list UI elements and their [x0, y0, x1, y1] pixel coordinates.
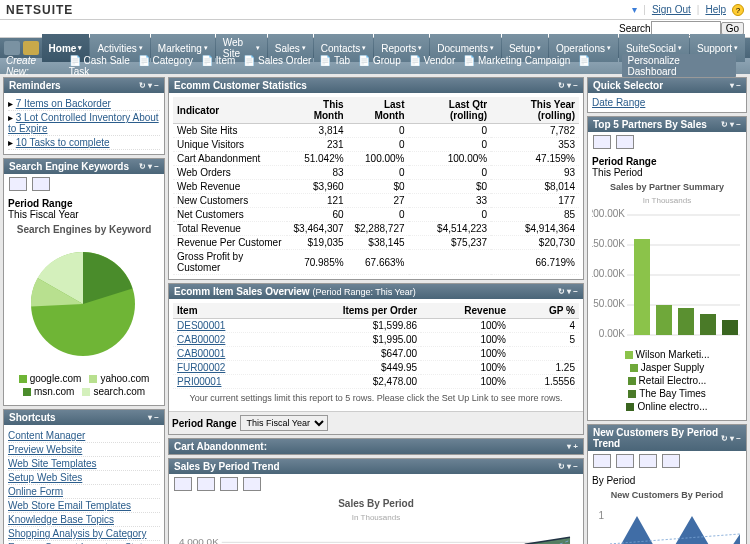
table-row: Total Revenue$3,464,307$2,288,727$4,514,… — [173, 222, 579, 236]
panel-title: Ecomm Customer Statistics — [174, 80, 307, 91]
table-row: Unique Visitors23100353 — [173, 138, 579, 152]
minimize-icon[interactable]: − — [154, 413, 159, 422]
table-row: Web Orders830093 — [173, 166, 579, 180]
signout-link[interactable]: Sign Out — [652, 4, 691, 15]
period-label: Period Range — [592, 156, 656, 167]
ecomm-stats-panel: Ecomm Customer Statistics↻▾− IndicatorTh… — [168, 77, 584, 280]
nav-icon-back[interactable] — [4, 41, 20, 55]
chevron-down-icon[interactable]: ▾ — [567, 81, 571, 90]
table-row: CAB00002$1,995.00100%5 — [173, 333, 579, 347]
svg-rect-31 — [722, 320, 738, 335]
chart-subtitle: In Thousands — [592, 196, 742, 205]
period-label: Period Range — [172, 418, 236, 429]
chart-type-icon[interactable] — [220, 477, 238, 491]
create-new-bar: Create New: 📄 Cash Sale📄 Category📄 Item📄… — [0, 58, 750, 74]
legend-item: Retail Electro... — [628, 375, 707, 386]
user-icon[interactable]: ▾ — [632, 4, 637, 15]
legend-item: google.com — [19, 373, 82, 384]
refresh-icon[interactable]: ↻ — [558, 81, 565, 90]
iso-table: ItemItems per OrderRevenueGP %DES00001$1… — [173, 303, 579, 389]
chart-type-icon[interactable] — [197, 477, 215, 491]
create-tab[interactable]: 📄 Tab — [319, 55, 350, 66]
shortcut-item[interactable]: Content Manager — [8, 429, 160, 443]
chevron-down-icon[interactable]: ▾ — [567, 442, 571, 451]
shortcut-item[interactable]: Web Site Templates — [8, 457, 160, 471]
table-row: Gross Profit by Customer70.985%67.663%66… — [173, 250, 579, 275]
period-select[interactable]: This Fiscal Year — [240, 415, 328, 431]
chevron-down-icon[interactable]: ▾ — [567, 462, 571, 471]
chevron-down-icon[interactable]: ▾ — [148, 162, 152, 171]
minimize-icon[interactable]: − — [736, 120, 741, 129]
shortcut-item[interactable]: Web Store Email Templates — [8, 499, 160, 513]
reminder-item[interactable]: ▸ 7 Items on Backorder — [8, 97, 160, 111]
help-icon[interactable]: ? — [732, 4, 744, 16]
create-group[interactable]: 📄 Group — [358, 55, 401, 66]
personalize-dashboard[interactable]: Personalize Dashboard — [622, 54, 736, 78]
minimize-icon[interactable]: − — [154, 162, 159, 171]
chevron-down-icon[interactable]: ▾ — [567, 287, 571, 296]
minimize-icon[interactable]: − — [573, 287, 578, 296]
svg-text:50.00K: 50.00K — [593, 298, 625, 309]
chart-type-icon[interactable] — [662, 454, 680, 468]
table-row: Revenue Per Customer$19,035$38,145$75,23… — [173, 236, 579, 250]
legend-item: msn.com — [23, 386, 75, 397]
chart-type-icon[interactable] — [32, 177, 50, 191]
refresh-icon[interactable]: ↻ — [721, 120, 728, 129]
create-vendor[interactable]: 📄 Vendor — [409, 55, 455, 66]
chart-type-icon[interactable] — [174, 477, 192, 491]
reminder-item[interactable]: ▸ 10 Tasks to complete — [8, 136, 160, 150]
refresh-icon[interactable]: ↻ — [139, 81, 146, 90]
shortcut-item[interactable]: Preview Website — [8, 443, 160, 457]
chevron-down-icon[interactable]: ▾ — [148, 413, 152, 422]
table-row: PRI00001$2,478.00100%1.5556 — [173, 375, 579, 389]
chevron-down-icon[interactable]: ▾ — [730, 81, 734, 90]
shortcut-item[interactable]: Online Form — [8, 485, 160, 499]
create-category[interactable]: 📄 Category — [138, 55, 193, 66]
expand-icon[interactable]: + — [573, 442, 578, 451]
quick-selector-panel: Quick Selector▾− Date Range — [587, 77, 747, 113]
shortcut-item[interactable]: Setup Web Sites — [8, 471, 160, 485]
create-sales-order[interactable]: 📄 Sales Order — [243, 55, 311, 66]
period-label: Period Range — [8, 198, 72, 209]
refresh-icon[interactable]: ↻ — [139, 162, 146, 171]
shortcuts-panel: Shortcuts▾− Content ManagerPreview Websi… — [3, 409, 165, 544]
create-marketing-campaign[interactable]: 📄 Marketing Campaign — [463, 55, 570, 66]
chart-type-icon[interactable] — [9, 177, 27, 191]
chart-type-icon[interactable] — [593, 135, 611, 149]
area-chart: 11 — [592, 504, 742, 544]
chart-type-icon[interactable] — [593, 454, 611, 468]
create-item[interactable]: 📄 Item — [201, 55, 235, 66]
minimize-icon[interactable]: − — [573, 81, 578, 90]
chart-type-icon[interactable] — [616, 454, 634, 468]
chart-subtitle: In Thousands — [177, 513, 575, 522]
nav-icon-star[interactable] — [23, 41, 39, 55]
svg-text:4,000.0K: 4,000.0K — [179, 536, 219, 544]
shortcut-item[interactable]: Shopping Analysis by Category — [8, 527, 160, 541]
table-row: FUR00002$449.95100%1.25 — [173, 361, 579, 375]
table-row: CAB00001$647.00100% — [173, 347, 579, 361]
chart-type-icon[interactable] — [616, 135, 634, 149]
search-label: Search — [619, 23, 651, 34]
reminder-item[interactable]: ▸ 3 Lot Controlled Inventory About to Ex… — [8, 111, 160, 136]
refresh-icon[interactable]: ↻ — [558, 287, 565, 296]
create-cash-sale[interactable]: 📄 Cash Sale — [69, 55, 130, 66]
refresh-icon[interactable]: ↻ — [558, 462, 565, 471]
refresh-icon[interactable]: ↻ — [721, 434, 728, 443]
minimize-icon[interactable]: − — [154, 81, 159, 90]
minimize-icon[interactable]: − — [573, 462, 578, 471]
chevron-down-icon[interactable]: ▾ — [148, 81, 152, 90]
shortcut-item[interactable]: Knowledge Base Topics — [8, 513, 160, 527]
chart-type-icon[interactable] — [243, 477, 261, 491]
date-range-link[interactable]: Date Range — [592, 97, 645, 108]
help-link[interactable]: Help — [705, 4, 726, 15]
chevron-down-icon[interactable]: ▾ — [730, 120, 734, 129]
chevron-down-icon[interactable]: ▾ — [730, 434, 734, 443]
minimize-icon[interactable]: − — [736, 434, 741, 443]
panel-title: Cart Abandonment: — [174, 441, 267, 452]
reminders-list: ▸ 7 Items on Backorder▸ 3 Lot Controlled… — [4, 93, 164, 154]
svg-text:0.00K: 0.00K — [599, 328, 625, 339]
chart-type-icon[interactable] — [639, 454, 657, 468]
svg-rect-29 — [678, 308, 694, 335]
table-row: Net Customers600085 — [173, 208, 579, 222]
minimize-icon[interactable]: − — [736, 81, 741, 90]
